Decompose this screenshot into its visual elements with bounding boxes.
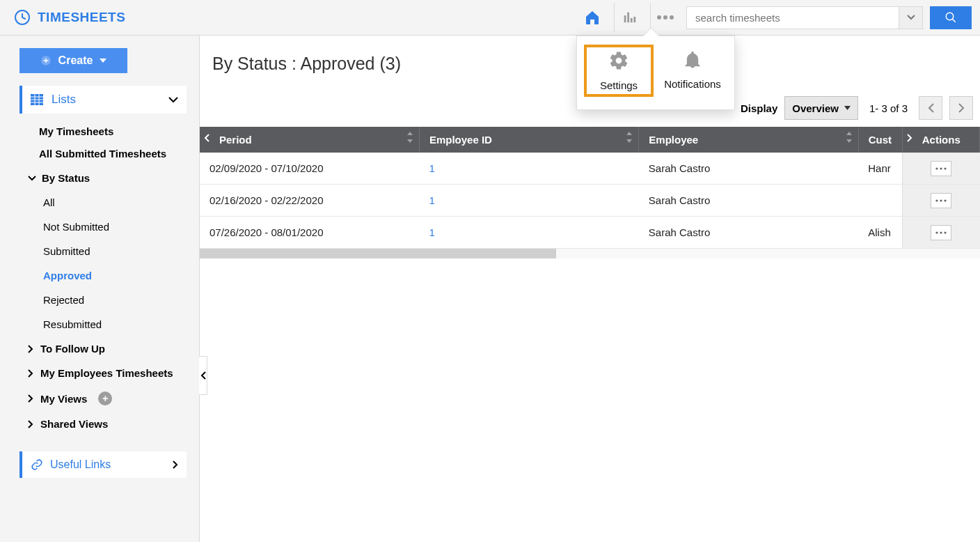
sidebar-item-shared-views[interactable]: Shared Views — [19, 412, 187, 436]
search-icon — [945, 11, 957, 24]
col-label: Cust — [869, 134, 892, 146]
link-icon — [31, 458, 43, 471]
sidebar-item-by-status[interactable]: By Status — [19, 166, 187, 190]
analytics-button[interactable] — [614, 3, 643, 32]
sidebar-item-status-resubmitted[interactable]: Resubmitted — [19, 312, 187, 336]
sidebar-item-status-all[interactable]: All — [19, 190, 187, 215]
popover-settings-label: Settings — [600, 79, 638, 91]
nav-label: All Submitted Timesheets — [39, 148, 166, 160]
svg-point-13 — [936, 231, 938, 233]
cell-employee: Sarah Castro — [639, 153, 858, 185]
add-view-button[interactable]: + — [98, 392, 112, 405]
cell-employee: Sarah Castro — [639, 185, 858, 217]
caret-down-icon — [100, 59, 106, 63]
sidebar-item-to-follow-up[interactable]: To Follow Up — [19, 336, 187, 361]
display-dropdown[interactable]: Overview — [784, 96, 858, 120]
col-period[interactable]: Period — [200, 127, 419, 153]
nav-label: Rejected — [43, 294, 84, 306]
col-label: Actions — [922, 134, 961, 146]
sidebar-useful-links[interactable]: Useful Links — [19, 451, 187, 478]
bell-icon — [683, 50, 702, 70]
create-button[interactable]: Create — [19, 48, 127, 73]
row-actions-button[interactable] — [931, 161, 951, 176]
popover-notifications[interactable]: Notifications — [658, 45, 727, 97]
col-employee[interactable]: Employee — [639, 127, 858, 153]
chevron-left-icon — [204, 134, 210, 142]
search-input[interactable] — [687, 12, 899, 24]
sort-icon — [846, 132, 853, 143]
more-button[interactable] — [650, 3, 679, 32]
top-bar: TIMESHEETS — [0, 0, 980, 36]
sidebar-item-my-employees[interactable]: My Employees Timesheets — [19, 361, 187, 385]
cell-employee-id[interactable]: 1 — [419, 153, 638, 185]
more-popover: Settings Notifications — [576, 36, 735, 110]
sidebar-item-status-rejected[interactable]: Rejected — [19, 288, 187, 312]
chevron-right-icon — [958, 103, 965, 113]
cell-employee-id[interactable]: 1 — [419, 217, 638, 249]
table-row[interactable]: 07/26/2020 - 08/01/20201Sarah CastroAlis… — [200, 217, 980, 249]
main-content: By Status : Approved (3) Display Overvie… — [200, 36, 980, 542]
sidebar-item-all-submitted[interactable]: All Submitted Timesheets — [19, 144, 187, 166]
cell-period: 02/09/2020 - 07/10/2020 — [200, 153, 419, 185]
cell-customer: Alish — [858, 217, 902, 249]
svg-point-9 — [945, 167, 947, 169]
chevron-down-icon — [28, 176, 36, 181]
brand: TIMESHEETS — [14, 9, 125, 26]
chevron-right-icon — [28, 394, 33, 403]
search-box — [686, 6, 923, 29]
pager-next-button[interactable] — [949, 96, 973, 120]
sidebar-item-my-timesheets[interactable]: My Timesheets — [19, 119, 187, 144]
cell-actions — [902, 217, 979, 249]
nav-label: Shared Views — [40, 418, 108, 430]
popover-settings[interactable]: Settings — [584, 45, 654, 97]
pager-prev-button[interactable] — [919, 96, 942, 120]
nav-label: My Timesheets — [39, 125, 113, 137]
svg-point-11 — [940, 199, 942, 201]
sidebar-item-status-submitted[interactable]: Submitted — [19, 239, 187, 263]
table-row[interactable]: 02/09/2020 - 07/10/20201Sarah CastroHanr — [200, 153, 980, 185]
chevron-right-icon — [173, 460, 178, 469]
svg-point-1 — [657, 15, 661, 20]
col-customer[interactable]: Cust — [858, 127, 902, 153]
col-actions: Actions — [902, 127, 979, 153]
chevron-right-icon — [28, 369, 33, 378]
nav-label: Not Submitted — [43, 221, 109, 233]
svg-point-3 — [670, 15, 674, 20]
row-actions-button[interactable] — [931, 193, 951, 208]
gear-icon — [608, 50, 629, 71]
chevron-down-icon — [168, 97, 178, 103]
useful-links-label: Useful Links — [50, 458, 111, 471]
search-button[interactable] — [930, 6, 972, 29]
scrollbar-thumb[interactable] — [200, 249, 556, 258]
nav-label: Approved — [43, 270, 92, 281]
sidebar-lists-header[interactable]: Lists — [19, 86, 187, 114]
svg-point-2 — [663, 15, 667, 20]
svg-point-12 — [945, 199, 947, 201]
cell-customer: Hanr — [858, 153, 902, 185]
cell-actions — [902, 153, 979, 185]
cell-employee-id[interactable]: 1 — [419, 185, 638, 217]
cell-actions — [902, 185, 979, 217]
search-scope-dropdown[interactable] — [899, 7, 922, 29]
cell-employee: Sarah Castro — [639, 217, 858, 249]
sidebar-item-status-approved[interactable]: Approved — [19, 263, 187, 288]
svg-point-15 — [945, 231, 947, 233]
chevron-right-icon — [28, 345, 33, 353]
row-actions-button[interactable] — [931, 225, 951, 240]
col-label: Employee — [649, 134, 698, 146]
horizontal-scrollbar[interactable] — [200, 249, 980, 258]
data-grid: Period Employee ID Employee Cust — [200, 127, 980, 258]
home-icon — [584, 9, 601, 26]
popover-notifications-label: Notifications — [664, 78, 721, 90]
sidebar: Create Lists My Timesheets All Submitted… — [0, 36, 200, 542]
sidebar-item-status-not-submitted[interactable]: Not Submitted — [19, 215, 187, 239]
cell-period: 02/16/2020 - 02/22/2020 — [200, 185, 419, 217]
svg-point-7 — [936, 167, 938, 169]
col-employee-id[interactable]: Employee ID — [419, 127, 638, 153]
sidebar-item-my-views[interactable]: My Views + — [19, 385, 187, 412]
nav-label: My Employees Timesheets — [40, 367, 173, 379]
bar-chart-icon — [622, 10, 637, 25]
table-row[interactable]: 02/16/2020 - 02/22/20201Sarah Castro — [200, 185, 980, 217]
table-header-row: Period Employee ID Employee Cust — [200, 127, 980, 153]
home-button[interactable] — [578, 3, 607, 32]
